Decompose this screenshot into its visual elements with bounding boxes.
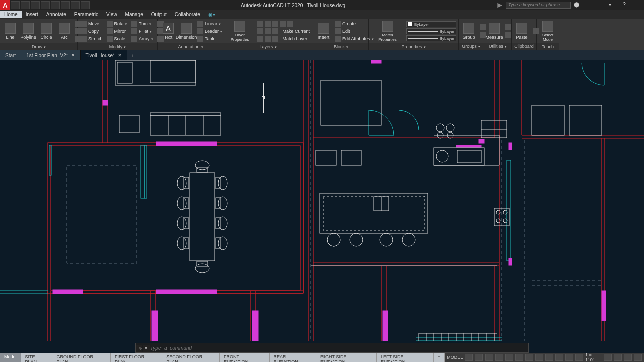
arc-button[interactable]: Arc: [56, 22, 72, 40]
select-mode-button[interactable]: Select Mode: [539, 20, 557, 42]
tab-annotate[interactable]: Annotate: [42, 11, 70, 18]
layer-properties-button[interactable]: Layer Properties: [225, 20, 254, 42]
tab-parametric[interactable]: Parametric: [70, 11, 102, 18]
scale-button[interactable]: Scale: [106, 35, 129, 42]
window-min-icon[interactable]: [634, 2, 643, 9]
move-button[interactable]: Move: [80, 20, 104, 27]
status-clean-icon[interactable]: [624, 354, 632, 361]
insert-button[interactable]: Insert: [315, 22, 332, 40]
close-icon[interactable]: ✕: [71, 53, 75, 58]
copy-icon: [81, 28, 87, 34]
line-button[interactable]: Line: [2, 22, 18, 40]
mirror-button[interactable]: Mirror: [106, 28, 129, 35]
tab-collaborate[interactable]: Collaborate: [171, 11, 204, 18]
layout-first[interactable]: FIRST FLOOR PLAN: [111, 353, 162, 362]
dimension-button[interactable]: Dimension: [178, 22, 194, 40]
status-ws-icon[interactable]: [565, 354, 573, 361]
drawing-canvas[interactable]: [0, 60, 644, 341]
leader-button[interactable]: Leader: [196, 28, 223, 35]
paste-button[interactable]: Paste: [514, 22, 530, 40]
lineweight-combo[interactable]: ByLayer: [406, 35, 456, 41]
status-ortho-icon[interactable]: [485, 354, 493, 361]
filetab-2[interactable]: Tivoli House*✕: [81, 50, 128, 60]
dimension-icon: [181, 23, 192, 34]
match-layer-button[interactable]: Match Layer: [256, 35, 311, 42]
polyline-button[interactable]: Polyline: [20, 22, 36, 40]
make-current-button[interactable]: Make Current: [256, 28, 311, 35]
tab-featured-icon[interactable]: ◉▾: [204, 11, 219, 18]
qat-saveas-icon[interactable]: [41, 1, 50, 9]
layout-front[interactable]: FRONT ELEVATION: [220, 353, 269, 362]
svg-point-39: [218, 176, 227, 190]
qat-new-icon[interactable]: [11, 1, 20, 9]
exchange-icon[interactable]: [583, 2, 592, 9]
color-combo[interactable]: ByLayer: [406, 21, 456, 27]
filetab-start[interactable]: Start: [0, 50, 21, 60]
layout-site[interactable]: SITE PLAN: [21, 353, 53, 362]
qat-more-icon[interactable]: [81, 1, 90, 9]
tab-view[interactable]: View: [102, 11, 121, 18]
tab-home[interactable]: Home: [0, 11, 22, 18]
status-mode[interactable]: MODEL: [447, 355, 463, 360]
status-lw-icon[interactable]: [525, 354, 533, 361]
array-button[interactable]: Array: [130, 35, 154, 42]
linear-button[interactable]: Linear: [196, 20, 223, 27]
command-input[interactable]: [150, 345, 525, 351]
qat-plot-icon[interactable]: [51, 1, 60, 9]
zoom-label[interactable]: 1:= 1'-0": [585, 352, 602, 362]
app-logo[interactable]: A: [0, 0, 10, 10]
layout-add-button[interactable]: +: [434, 353, 445, 362]
status-gear-icon[interactable]: [604, 354, 612, 361]
close-icon[interactable]: ✕: [118, 53, 122, 58]
qat-open-icon[interactable]: [21, 1, 30, 9]
layer-row-icons[interactable]: [256, 20, 311, 27]
tab-manage[interactable]: Manage: [121, 11, 147, 18]
command-line[interactable]: ⎆ ▾: [135, 343, 529, 353]
status-monitor-icon[interactable]: [575, 354, 583, 361]
text-button[interactable]: AText: [160, 22, 176, 40]
status-otrack-icon[interactable]: [515, 354, 523, 361]
qat-redo-icon[interactable]: [71, 1, 80, 9]
status-osnap-icon[interactable]: [505, 354, 513, 361]
qat-undo-icon[interactable]: [61, 1, 70, 9]
layout-ground[interactable]: GROUND FLOOR PLAN: [52, 353, 110, 362]
status-custom-icon[interactable]: [634, 354, 642, 361]
status-cycle-icon[interactable]: [545, 354, 553, 361]
panel-properties: Match Properties ByLayer ByLayer ByLayer…: [369, 19, 459, 50]
status-snap-icon[interactable]: [475, 354, 483, 361]
svg-rect-6: [103, 100, 108, 105]
status-iso-icon[interactable]: [614, 354, 622, 361]
match-properties-button[interactable]: Match Properties: [371, 20, 404, 42]
svg-rect-26: [190, 173, 215, 261]
layout-model[interactable]: Model: [0, 353, 21, 362]
layout-second[interactable]: SECOND FLOOR PLAN: [162, 353, 220, 362]
linetype-combo[interactable]: ByLayer: [406, 28, 456, 34]
signin-icon[interactable]: ⬤: [572, 2, 581, 9]
filetab-1[interactable]: 1st Floor Plan_V2*✕: [21, 50, 80, 60]
status-polar-icon[interactable]: [495, 354, 503, 361]
status-anno-icon[interactable]: [555, 354, 563, 361]
dropdown-icon[interactable]: ▾: [609, 2, 618, 9]
status-trans-icon[interactable]: [535, 354, 543, 361]
rotate-button[interactable]: Rotate: [106, 20, 129, 27]
status-grid-icon[interactable]: [465, 354, 473, 361]
stretch-button[interactable]: Stretch: [80, 35, 104, 42]
measure-icon: [489, 23, 500, 34]
tab-output[interactable]: Output: [147, 11, 171, 18]
table-button[interactable]: Table: [196, 35, 223, 42]
add-tab-button[interactable]: +: [127, 52, 138, 60]
group-button[interactable]: Group: [461, 22, 477, 40]
help-icon[interactable]: ?: [620, 2, 629, 9]
tab-insert[interactable]: Insert: [22, 11, 42, 18]
svg-point-41: [218, 197, 227, 210]
copy-button[interactable]: Copy: [80, 28, 104, 35]
layout-rear[interactable]: REAR ELEVATION: [270, 353, 317, 362]
layout-right[interactable]: RIGHT SIDE ELEVATION: [316, 353, 377, 362]
search-box[interactable]: Type a keyword or phrase: [506, 2, 571, 9]
circle-button[interactable]: Circle: [38, 22, 54, 40]
trim-button[interactable]: Trim: [130, 20, 154, 27]
qat-save-icon[interactable]: [31, 1, 40, 9]
layout-left[interactable]: LEFT SIDE ELEVATION: [377, 353, 434, 362]
measure-button[interactable]: Measure: [486, 22, 502, 40]
fillet-button[interactable]: Fillet: [130, 28, 154, 35]
